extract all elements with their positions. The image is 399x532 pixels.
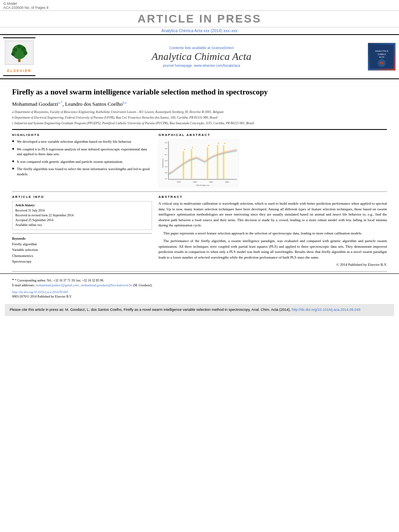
- article-code: ACA 233500 No. of Pages 8: [3, 6, 49, 10]
- svg-rect-13: [158, 139, 239, 187]
- elsevier-label: ELSEVIER: [7, 69, 32, 73]
- highlight-item-4: The firefly algorithm was found to selec…: [12, 166, 152, 177]
- author-coelho: Leandro dos Santos Coelho: [65, 101, 123, 107]
- available-date: Available online xxx: [15, 223, 149, 228]
- keywords-list: Firefly algorithm Variable selection Che…: [12, 241, 152, 265]
- article-info-header: ARTICLE INFO: [12, 195, 152, 199]
- journal-citation: Analytica Chimica Acta xxx (2014) xxx–xx…: [161, 29, 238, 33]
- banner-text: ARTICLE IN PRESS: [0, 12, 399, 25]
- svg-rect-29: [191, 149, 192, 179]
- article-title: Firefly as a novel swarm intelligence va…: [12, 87, 387, 97]
- svg-point-4: [21, 47, 26, 51]
- svg-text:✦: ✦: [208, 144, 210, 147]
- abstract-p3: The performance of the firefly algorithm…: [158, 238, 387, 260]
- accepted-date: Accepted 25 September 2014: [15, 218, 149, 223]
- footer-divider: [12, 271, 387, 272]
- graphical-abstract-column: GRAPHICAL ABSTRACT 3.7 3.8 3.9 4.0 4.1 4…: [158, 133, 387, 188]
- svg-text:4.0: 4.0: [165, 160, 168, 162]
- highlight-item-1: We developed a new variable selection al…: [12, 139, 152, 144]
- citation-box: Please cite this article in press as: M.…: [5, 304, 394, 316]
- svg-point-3: [13, 48, 17, 52]
- corresponding-text: * Corresponding author. Tel.: +32 16 37 …: [15, 279, 104, 282]
- highlights-header: HIGHLIGHTS: [12, 133, 152, 137]
- spectroscopy-chart: 3.7 3.8 3.9 4.0 4.1 4.2 4.3 1100 1200 13…: [158, 139, 239, 187]
- svg-text:✦: ✦: [183, 148, 185, 151]
- article-history-box: Article history: Received 31 July 2014 R…: [12, 201, 152, 230]
- citation-link[interactable]: http://dx.doi.org/10.1016/j.aca.2014.09.…: [292, 308, 360, 312]
- svg-text:4.1: 4.1: [165, 154, 168, 156]
- email-suffix: (M. Goodarzi).: [133, 283, 152, 287]
- svg-text:✦: ✦: [191, 146, 193, 149]
- email-label: E-mail addresses:: [12, 283, 35, 287]
- article-info-column: ARTICLE INFO Article history: Received 3…: [12, 195, 152, 267]
- footer-section: * * Corresponding author. Tel.: +32 16 3…: [0, 273, 399, 302]
- highlights-list: We developed a new variable selection al…: [12, 139, 152, 177]
- graphical-abstract-image: 3.7 3.8 3.9 4.0 4.1 4.2 4.3 1100 1200 13…: [158, 139, 387, 188]
- svg-point-5: [17, 45, 21, 49]
- affiliation-b: b Department of Electrical Engineering, …: [12, 115, 387, 120]
- svg-rect-31: [217, 145, 218, 179]
- main-divider: [12, 129, 387, 130]
- science-direct-link[interactable]: ScienceDirect: [212, 46, 234, 50]
- highlight-item-3: It was compared with genetic algorithm a…: [12, 159, 152, 164]
- g-model-label: G Model: [3, 2, 17, 6]
- corresponding-author: * * Corresponding author. Tel.: +32 16 3…: [12, 277, 387, 283]
- email2[interactable]: mohammad.goodarzi@biw.kuleuven.be: [81, 283, 132, 287]
- history-label: Article history:: [15, 203, 149, 207]
- keywords-divider: [12, 233, 152, 234]
- authors: Mohammad Goodarzia,*, Leandro dos Santos…: [12, 101, 387, 107]
- abstract-text: A critical step in multivariate calibrat…: [158, 201, 387, 260]
- elsevier-logo-image: [5, 41, 34, 65]
- svg-text:1200: 1200: [193, 181, 197, 183]
- science-direct-line: Contents lists available at ScienceDirec…: [39, 46, 364, 50]
- abstract-section: A critical step in multivariate calibrat…: [158, 201, 387, 267]
- email-line: E-mail addresses: mohammad.godarz1@gmail…: [12, 283, 387, 288]
- graphical-abstract-header: GRAPHICAL ABSTRACT: [158, 133, 387, 137]
- keywords-section: Keywords: Firefly algorithm Variable sel…: [12, 237, 152, 265]
- journal-homepage: journal homepage: www.elsevier.com/locat…: [39, 64, 364, 68]
- abstract-p1: A critical step in multivariate calibrat…: [158, 201, 387, 228]
- abstract-column: ABSTRACT A critical step in multivariate…: [158, 195, 387, 267]
- elsevier-logo-container: ELSEVIER: [3, 37, 35, 76]
- svg-text:CHIMICA: CHIMICA: [377, 53, 386, 55]
- journal-subtitle: Analytica Chimica Acta xxx (2014) xxx–xx…: [0, 27, 399, 34]
- affiliation-a: a Department of Biosystems, Faculty of B…: [12, 110, 387, 115]
- keyword-2: Variable selection: [12, 247, 152, 253]
- affiliation-c: c Industrial and Systems Engineering Gra…: [12, 121, 387, 126]
- svg-text:Absorbance: Absorbance: [162, 158, 164, 168]
- email1[interactable]: mohammad.godarz1@gmail.com: [36, 283, 79, 287]
- keyword-4: Spectroscopy: [12, 259, 152, 264]
- svg-text:4.3: 4.3: [165, 142, 168, 144]
- article-content: Firefly as a novel swarm intelligence va…: [0, 79, 399, 270]
- citation-text: Please cite this article in press as: M.…: [10, 308, 291, 312]
- info-abstract-section: ARTICLE INFO Article history: Received 3…: [12, 195, 387, 267]
- svg-text:ANALYTICA: ANALYTICA: [375, 50, 389, 52]
- journal-header: ELSEVIER Contents lists available at Sci…: [0, 34, 399, 79]
- highlights-abstract-section: HIGHLIGHTS We developed a new variable s…: [12, 133, 387, 188]
- svg-text:3.7: 3.7: [165, 178, 168, 180]
- svg-rect-32: [223, 145, 224, 179]
- svg-rect-28: [183, 151, 184, 179]
- article-in-press-banner: ARTICLE IN PRESS: [0, 10, 399, 27]
- svg-text:4.2: 4.2: [165, 148, 168, 150]
- affiliations: a Department of Biosystems, Faculty of B…: [12, 110, 387, 126]
- keyword-3: Chemometrics: [12, 253, 152, 259]
- svg-text:1300: 1300: [209, 181, 213, 183]
- svg-rect-30: [207, 147, 208, 179]
- journal-logo-right: ANALYTICA CHIMICA ACTA: [368, 43, 396, 71]
- svg-text:1400: 1400: [225, 181, 229, 183]
- doi-link[interactable]: http://dx.doi.org/10.1016/j.aca.2014.09.…: [12, 290, 387, 294]
- highlights-column: HIGHLIGHTS We developed a new variable s…: [12, 133, 152, 188]
- copyright: © 2014 Published by Elsevier B.V.: [158, 263, 387, 267]
- section-divider-1: [12, 191, 387, 192]
- svg-text:3.8: 3.8: [165, 172, 168, 174]
- homepage-url[interactable]: www.elsevier.com/locate/aca: [194, 64, 240, 68]
- svg-text:✦: ✦: [218, 142, 220, 145]
- svg-text:ACTA: ACTA: [379, 56, 385, 58]
- author-goodarzi: Mohammad Goodarzi: [12, 101, 58, 107]
- svg-point-6: [11, 52, 15, 56]
- received-revised-date: Received in revised form 22 September 20…: [15, 213, 149, 218]
- received-date: Received 31 July 2014: [15, 208, 149, 213]
- journal-center: Contents lists available at ScienceDirec…: [39, 46, 364, 68]
- keyword-1: Firefly algorithm: [12, 241, 152, 247]
